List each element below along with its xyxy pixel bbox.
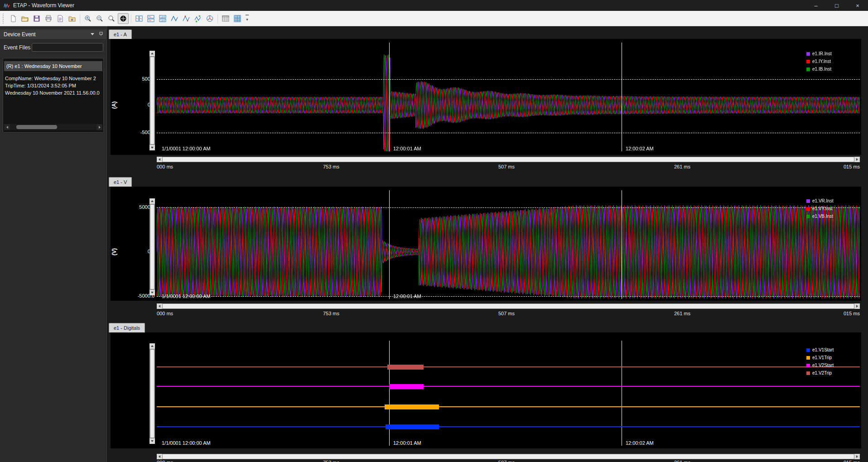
digital-pulse [385, 404, 439, 409]
phasor-icon[interactable] [204, 13, 215, 24]
scrollbar-thumb[interactable] [150, 204, 154, 289]
panel-collapse-chevron-icon[interactable] [91, 33, 94, 35]
scrollbar-thumb[interactable] [162, 454, 854, 459]
tile-horizontal-icon[interactable] [145, 13, 156, 24]
save-icon[interactable] [31, 13, 42, 24]
vertical-scrollbar[interactable] [149, 198, 155, 295]
ms-axis: 000 ms 753 ms 507 ms 261 ms 015 ms [157, 311, 860, 317]
svg-text:Lgnd: Lgnd [160, 19, 165, 22]
plot-overlay [157, 341, 860, 446]
svg-text:Lgnd: Lgnd [160, 16, 165, 18]
data-table-icon[interactable] [220, 13, 231, 24]
new-file-icon[interactable] [8, 13, 19, 24]
digital-trace [157, 386, 860, 387]
tab-e1-v[interactable]: e1 - V [109, 177, 132, 187]
series-swatch [806, 356, 810, 360]
scroll-right-icon[interactable] [854, 454, 860, 459]
time-cursor[interactable] [622, 43, 622, 151]
event-detail-triptime: TripTime: 1/31/2024 3:52:05 PM [5, 83, 103, 89]
tab-e1-digitals[interactable]: e1 - Digitals [109, 323, 145, 332]
series-swatch [806, 348, 810, 352]
event-item-selected[interactable]: (R) e1 : Wednesday 10 November [4, 61, 102, 71]
open-icon[interactable] [19, 13, 30, 24]
ms-axis: 000 ms 753 ms 507 ms 261 ms 015 ms [157, 164, 860, 170]
ms-label: 261 ms [664, 164, 700, 169]
legend-item[interactable]: e1.IR.Inst [806, 50, 832, 58]
panel-pin-icon[interactable] [99, 31, 103, 38]
legend-item[interactable]: e1.IY.Inst [806, 58, 832, 65]
tab-e1-a[interactable]: e1 - A [109, 29, 132, 39]
print-icon[interactable] [43, 13, 54, 24]
legend-item[interactable]: e1.V1Trip [806, 354, 834, 361]
time-cursor[interactable] [389, 341, 390, 446]
scrollbar-thumb[interactable] [162, 157, 854, 162]
scroll-left-icon[interactable] [157, 157, 162, 162]
vertical-scrollbar[interactable] [149, 343, 155, 444]
scroll-right-icon[interactable] [854, 303, 860, 309]
scroll-right-icon[interactable] [96, 124, 102, 130]
maximize-button[interactable]: □ [826, 0, 847, 11]
zoom-in-icon[interactable] [82, 13, 93, 24]
scrollbar-thumb[interactable] [16, 125, 57, 129]
event-list-hscrollbar[interactable] [4, 124, 102, 130]
trace-style-icon[interactable] [169, 13, 180, 24]
legend: e1.V1Start e1.V1Trip e1.V2Start e1.V2Tri… [806, 346, 834, 377]
series-swatch [806, 67, 810, 71]
legend-item[interactable]: e1.IB.Inst [806, 65, 832, 73]
scrollbar-thumb[interactable] [150, 349, 154, 438]
import-folder-icon[interactable] [67, 13, 77, 24]
digitals-chart: e1.V1Start e1.V1Trip e1.V2Start e1.V2Tri… [111, 332, 861, 448]
legend-item[interactable]: e1.VB.Inst [806, 212, 834, 220]
legend-item[interactable]: e1.VY.Inst [806, 205, 834, 212]
horizontal-scrollbar[interactable] [157, 454, 860, 459]
series-swatch [806, 371, 810, 375]
time-cursor[interactable] [622, 341, 622, 446]
ms-label: 000 ms [157, 311, 173, 316]
scroll-up-icon[interactable] [149, 343, 155, 349]
time-cursor[interactable] [622, 190, 622, 299]
plot-overlay [157, 190, 860, 299]
legend-toggle-icon[interactable]: LgndLgnd [157, 13, 168, 24]
ms-label: 000 ms [157, 164, 173, 169]
minimize-button[interactable]: – [805, 0, 826, 11]
event-files-input[interactable] [32, 43, 103, 52]
ms-label: 015 ms [844, 164, 860, 169]
horizontal-scrollbar[interactable] [157, 303, 860, 309]
legend-item[interactable]: e1.V2Start [806, 361, 834, 369]
scroll-down-icon[interactable] [149, 290, 155, 295]
trace-markers-icon[interactable] [181, 13, 192, 24]
zoom-out-icon[interactable] [94, 13, 105, 24]
tile-vertical-icon[interactable] [134, 13, 145, 24]
digital-pulse [387, 365, 424, 370]
toolbar-overflow-icon[interactable]: ▔▾ [246, 16, 249, 21]
scroll-up-icon[interactable] [149, 198, 155, 204]
time-cursor[interactable] [389, 190, 390, 299]
zoom-window-icon[interactable] [106, 13, 117, 24]
series-label: e1.IR.Inst [812, 51, 832, 56]
pointer-mode-icon[interactable] [118, 13, 129, 24]
close-button[interactable]: × [847, 0, 868, 11]
horizontal-scrollbar[interactable] [157, 157, 860, 162]
grid-view-icon[interactable] [232, 13, 243, 24]
scroll-down-icon[interactable] [149, 438, 155, 444]
scroll-right-icon[interactable] [854, 157, 860, 162]
plot-overlay [157, 43, 860, 151]
legend-item[interactable]: e1.VR.Inst [806, 197, 834, 205]
scroll-left-icon[interactable] [4, 124, 10, 130]
legend-item[interactable]: e1.V2Trip [806, 369, 834, 377]
ms-label: 261 ms [664, 460, 700, 462]
scrollbar-thumb[interactable] [162, 303, 854, 309]
scroll-left-icon[interactable] [157, 303, 162, 309]
harmonics-icon[interactable] [193, 13, 203, 24]
series-swatch [806, 60, 810, 63]
scrollbar-thumb[interactable] [150, 57, 154, 144]
time-cursor[interactable] [389, 43, 390, 151]
scroll-left-icon[interactable] [157, 454, 162, 459]
ms-label: 261 ms [664, 311, 700, 316]
report-icon[interactable] [55, 13, 66, 24]
scroll-down-icon[interactable] [149, 145, 155, 150]
legend-item[interactable]: e1.V1Start [806, 346, 834, 354]
vertical-scrollbar[interactable] [149, 51, 155, 150]
toolbar-grip[interactable] [3, 14, 5, 24]
scroll-up-icon[interactable] [149, 51, 155, 56]
